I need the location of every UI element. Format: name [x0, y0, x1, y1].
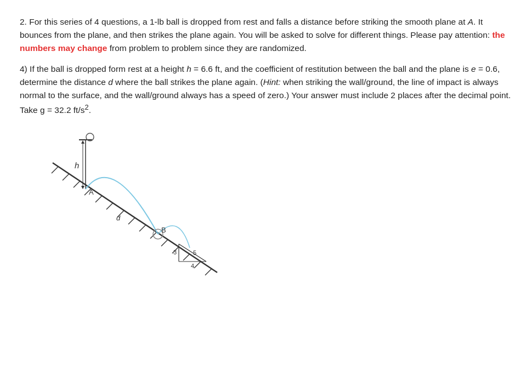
svg-text:3: 3: [173, 249, 177, 255]
svg-line-6: [106, 203, 113, 209]
svg-text:A: A: [89, 188, 94, 196]
question-paragraph: 4) If the ball is dropped form rest at a…: [20, 63, 512, 117]
superscript-2: 2: [84, 103, 88, 111]
svg-text:h: h: [75, 161, 79, 170]
intro-end: from problem to problem since they are r…: [110, 43, 307, 53]
h-variable: h: [186, 64, 191, 73]
svg-text:5: 5: [193, 249, 196, 256]
problem-container: 2. For this series of 4 questions, a 1-l…: [20, 15, 512, 117]
svg-line-3: [73, 181, 80, 188]
svg-line-8: [128, 218, 135, 224]
svg-line-26: [179, 244, 206, 262]
point-a-label: A: [468, 17, 473, 26]
svg-line-14: [194, 262, 201, 268]
svg-text:B: B: [161, 226, 166, 234]
svg-line-11: [161, 240, 168, 246]
svg-text:4: 4: [191, 263, 194, 269]
svg-line-9: [139, 225, 146, 231]
intro-paragraph: 2. For this series of 4 questions, a 1-l…: [20, 15, 512, 55]
svg-line-5: [95, 196, 102, 202]
svg-text:d: d: [116, 214, 121, 222]
svg-line-15: [205, 269, 212, 275]
e-variable: e: [471, 64, 476, 73]
figure-area: h A d 3 4 5 B: [20, 130, 250, 283]
svg-line-1: [52, 167, 58, 173]
hint-label: Hint:: [263, 77, 281, 87]
svg-line-2: [63, 174, 69, 180]
d-variable: d: [108, 77, 113, 87]
diagram-svg: h A d 3 4 5 B: [20, 130, 250, 283]
svg-line-13: [183, 254, 190, 260]
